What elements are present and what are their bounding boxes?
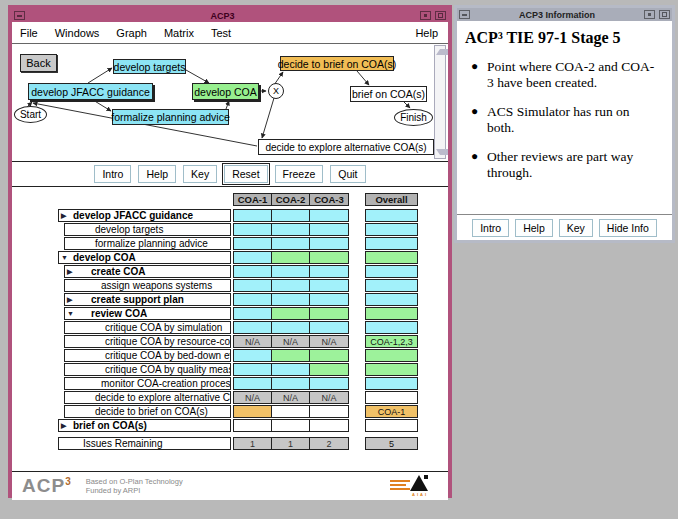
row-label[interactable]: formalize planning advice [64, 237, 231, 250]
row-label[interactable]: decide to explore alternative COA(s) [64, 391, 231, 404]
cell-overall[interactable] [365, 321, 418, 334]
cell-overall[interactable] [365, 307, 418, 320]
cell-coa-2[interactable] [272, 238, 310, 249]
row-label[interactable]: ▶create support plan [64, 293, 231, 306]
cell-coa-1[interactable]: 1 [234, 438, 272, 449]
cell-overall[interactable] [365, 223, 418, 236]
graph-node-finish[interactable]: Finish [394, 109, 433, 126]
cell-coa-1[interactable] [234, 294, 272, 305]
cell-coa-3[interactable] [310, 266, 348, 277]
cell-coa-3[interactable]: 2 [310, 438, 348, 449]
cell-coa-2[interactable] [272, 252, 310, 263]
row-label[interactable]: assign weapons systems [64, 279, 231, 292]
expand-triangle-icon[interactable]: ▶ [67, 295, 72, 305]
hide-info-button[interactable]: Hide Info [599, 219, 657, 237]
row-label[interactable]: ▶brief on COA(s) [58, 419, 231, 432]
maximize-button[interactable] [435, 11, 446, 20]
cell-coa-3[interactable] [310, 364, 348, 375]
info-window-titlebar[interactable]: ACP3 Information [457, 8, 672, 21]
cell-coa-1[interactable] [234, 406, 272, 417]
cell-coa-2[interactable] [272, 378, 310, 389]
row-label[interactable]: ▼review COA [64, 307, 231, 320]
window-menu-button[interactable] [14, 11, 25, 20]
menu-test[interactable]: Test [211, 27, 231, 39]
cell-coa-3[interactable] [310, 350, 348, 361]
graph-node-develop-coa[interactable]: develop COA [192, 83, 259, 100]
expand-triangle-icon[interactable]: ▶ [61, 421, 66, 431]
cell-coa-3[interactable] [310, 210, 348, 221]
graph-node-decide-to-brief[interactable]: decide to brief on COA(s) [280, 56, 394, 71]
cell-overall[interactable]: COA-1,2,3 [365, 335, 418, 348]
cell-overall[interactable]: 5 [365, 437, 418, 450]
row-label[interactable]: monitor COA-creation process [64, 377, 231, 390]
row-label[interactable]: decide to brief on COA(s) [64, 405, 231, 418]
row-label[interactable]: ▶develop JFACC guidance [58, 209, 231, 222]
cell-coa-2[interactable] [272, 280, 310, 291]
reset-button[interactable]: Reset [224, 165, 267, 183]
row-label[interactable]: critique COA by bed-down evalu [64, 349, 231, 362]
cell-coa-2[interactable] [272, 266, 310, 277]
back-button[interactable]: Back [20, 54, 57, 72]
cell-overall[interactable] [365, 363, 418, 376]
scroll-down-icon[interactable] [436, 149, 448, 155]
cell-overall[interactable] [365, 293, 418, 306]
row-label[interactable]: ▼develop COA [58, 251, 231, 264]
cell-coa-3[interactable]: N/A [310, 336, 348, 347]
cell-coa-2[interactable] [272, 308, 310, 319]
cell-coa-3[interactable] [310, 322, 348, 333]
menu-matrix[interactable]: Matrix [164, 27, 194, 39]
cell-coa-1[interactable] [234, 308, 272, 319]
row-label[interactable]: Issues Remaining [58, 437, 231, 450]
cell-coa-2[interactable] [272, 350, 310, 361]
cell-coa-3[interactable] [310, 280, 348, 291]
key-button[interactable]: Key [183, 165, 217, 183]
window-menu-button[interactable] [459, 10, 470, 19]
cell-overall[interactable] [365, 419, 418, 432]
row-label[interactable]: develop targets [64, 223, 231, 236]
cell-coa-2[interactable] [272, 224, 310, 235]
cell-coa-2[interactable]: N/A [272, 392, 310, 403]
cell-overall[interactable] [365, 279, 418, 292]
row-label[interactable]: critique COA by simulation [64, 321, 231, 334]
cell-coa-1[interactable] [234, 420, 272, 431]
cell-coa-1[interactable]: N/A [234, 392, 272, 403]
cell-coa-1[interactable] [234, 350, 272, 361]
cell-coa-1[interactable] [234, 266, 272, 277]
cell-coa-1[interactable] [234, 224, 272, 235]
cell-coa-1[interactable] [234, 252, 272, 263]
menu-graph[interactable]: Graph [116, 27, 147, 39]
scroll-up-icon[interactable] [436, 49, 448, 55]
cell-coa-2[interactable]: N/A [272, 336, 310, 347]
cell-coa-2[interactable] [272, 294, 310, 305]
graph-node-develop-jfacc-guidance[interactable]: develop JFACC guidance [28, 83, 153, 100]
cell-overall[interactable] [365, 251, 418, 264]
expand-triangle-icon[interactable]: ▶ [67, 267, 72, 277]
graph-vertical-scrollbar[interactable] [434, 45, 446, 159]
collapse-triangle-icon[interactable]: ▼ [61, 253, 68, 263]
expand-triangle-icon[interactable]: ▶ [61, 211, 66, 221]
cell-coa-2[interactable] [272, 210, 310, 221]
freeze-button[interactable]: Freeze [275, 165, 324, 183]
cell-coa-1[interactable] [234, 238, 272, 249]
minimize-button[interactable] [644, 10, 655, 19]
cell-coa-3[interactable] [310, 308, 348, 319]
cell-coa-3[interactable] [310, 420, 348, 431]
cell-coa-2[interactable] [272, 406, 310, 417]
cell-coa-1[interactable]: N/A [234, 336, 272, 347]
cell-overall[interactable] [365, 377, 418, 390]
cell-overall[interactable] [365, 391, 418, 404]
cell-coa-3[interactable] [310, 224, 348, 235]
menu-windows[interactable]: Windows [55, 27, 100, 39]
cell-coa-3[interactable] [310, 378, 348, 389]
intro-button[interactable]: Intro [94, 165, 131, 183]
cell-coa-3[interactable] [310, 238, 348, 249]
cell-coa-2[interactable] [272, 322, 310, 333]
graph-node-xor-junction[interactable]: X [268, 83, 284, 99]
cell-coa-1[interactable] [234, 210, 272, 221]
graph-node-decide-to-explore[interactable]: decide to explore alternative COA(s) [258, 139, 434, 155]
menu-help[interactable]: Help [415, 27, 438, 39]
cell-coa-3[interactable] [310, 294, 348, 305]
cell-coa-1[interactable] [234, 378, 272, 389]
cell-overall[interactable] [365, 209, 418, 222]
menu-file[interactable]: File [20, 27, 38, 39]
